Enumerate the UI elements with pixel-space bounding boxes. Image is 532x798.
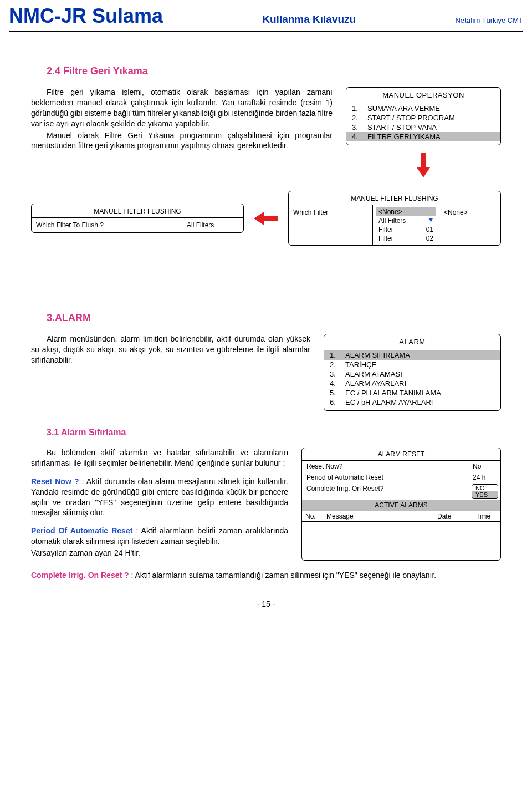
manuel-op-column: MANUEL OPERASYON 1.SUMAYA ARA VERME 2.ST… <box>346 87 501 185</box>
active-alarms-title: ACTIVE ALARMS <box>302 500 500 511</box>
alarm-reset-panel: ALARM RESET Reset Now? No Period of Auto… <box>301 448 501 561</box>
section-2-4-row: Filtre geri yıkama işlemi, otomatik olar… <box>31 87 501 185</box>
fp-right-body: Which Filter <None> All Filters Filter01… <box>289 205 500 245</box>
fp-right-options: <None> All Filters Filter01 Filter02 <box>376 207 436 243</box>
alarm-item-3[interactable]: 3.ALARM ATAMASI <box>324 369 500 379</box>
alarm-item-4[interactable]: 4.ALARM AYARLARI <box>324 379 500 388</box>
section-3-1-row: Bu bölümden aktif alarmlar ve hatalar sı… <box>31 448 501 561</box>
period-label: Period Of Automatic Reset <box>31 526 132 535</box>
alarm-item-2[interactable]: 2.TARİHÇE <box>324 360 500 369</box>
fp-opt-none[interactable]: <None> <box>376 207 436 216</box>
active-alarms-header: No. Message Date Time <box>302 511 500 521</box>
section-3-row: Alarm menüsünden, alarm limitleri belirl… <box>31 334 501 411</box>
s31-p1: Bu bölümden aktif alarmlar ve hatalar sı… <box>31 448 288 469</box>
reset-row-period: Period of Automatic Reset 24 h <box>302 472 500 483</box>
manuel-op-item-3[interactable]: 3.START / STOP VANA <box>346 123 500 132</box>
choice-yes[interactable]: YES <box>472 491 498 498</box>
col-no: No. <box>302 511 323 521</box>
s31-complete-para: Complete Irrig. On Reset ? : Aktif alarm… <box>31 571 501 580</box>
fp-opt-filter-01[interactable]: Filter01 <box>376 225 436 234</box>
section-2-4-heading: 2.4 Filtre Geri Yıkama <box>47 65 501 77</box>
s31-period-para: Period Of Automatic Reset : Aktif alarml… <box>31 526 288 547</box>
fp-opt-filter-02[interactable]: Filter02 <box>376 234 436 243</box>
manuel-op-item-4[interactable]: 4.FILTRE GERI YIKAMA <box>346 132 500 141</box>
manuel-operasyon-panel: MANUEL OPERASYON 1.SUMAYA ARA VERME 2.ST… <box>346 87 501 145</box>
reset-panel-grid: Reset Now? No Period of Automatic Reset … <box>302 460 500 500</box>
s24-p1: Filtre geri yıkama işlemi, otomatik olar… <box>31 87 332 129</box>
manuel-op-title: MANUEL OPERASYON <box>346 88 500 103</box>
page-content: 2.4 Filtre Geri Yıkama Filtre geri yıkam… <box>0 32 532 625</box>
alarm-item-5[interactable]: 5.EC / PH ALARM TANIMLAMA <box>324 388 500 398</box>
s3-p: Alarm menüsünden, alarm limitleri belirl… <box>31 334 310 365</box>
complete-label: Complete Irrig. On Reset ? <box>31 571 129 580</box>
s24-p2: Manuel olarak Filtre Geri Yıkama program… <box>31 130 332 151</box>
no-yes-select: NO YES <box>472 484 498 499</box>
fp-left-row: Which Filter To Flush ? All Filters <box>32 217 243 232</box>
alarm-menu-title: ALARM <box>324 334 500 349</box>
arrow-down-icon <box>417 153 429 177</box>
reset-row-complete-choice[interactable]: NO YES <box>469 483 500 500</box>
section-3-text: Alarm menüsünden, alarm limitleri belirl… <box>31 334 310 367</box>
col-date: Date <box>434 511 473 521</box>
active-alarms-body <box>302 521 500 560</box>
header-subtitle: Kullanma Kılavuzu <box>176 13 442 26</box>
filter-panels-row: MANUEL FILTER FLUSHING Which Filter To F… <box>31 191 501 246</box>
manuel-op-item-2[interactable]: 2.START / STOP PROGRAM <box>346 113 500 123</box>
s31-default: Varsayılan zaman ayarı 24 H'tir. <box>31 548 288 558</box>
filter-panel-right: MANUEL FILTER FLUSHING Which Filter <Non… <box>288 191 501 246</box>
section-3-heading: 3.ALARM <box>47 312 501 324</box>
section-3-1-heading: 3.1 Alarm Sıfırlama <box>47 428 501 438</box>
cursor-icon <box>428 216 434 222</box>
alarm-item-6[interactable]: 6.EC / pH ALARM AYARLARI <box>324 398 500 407</box>
reset-row-period-label: Period of Automatic Reset <box>302 472 469 483</box>
page-header: NMC-JR Sulama Kullanma Kılavuzu Netafim … <box>0 0 532 30</box>
s31-reset-para: Reset Now ? : Aktif durumda olan alarm m… <box>31 476 288 519</box>
reset-now-label: Reset Now ? <box>31 477 79 486</box>
reset-row-complete-label: Complete Irrig. On Reset? <box>302 483 469 500</box>
reset-row-complete: Complete Irrig. On Reset? NO YES <box>302 483 500 500</box>
reset-row-now-val[interactable]: No <box>469 461 500 472</box>
alarm-menu-panel: ALARM 1.ALARM SIFIRLAMA 2.TARİHÇE 3.ALAR… <box>324 334 501 411</box>
fp-right-dropdown[interactable]: <None> All Filters Filter01 Filter02 <box>373 205 439 245</box>
fp-opt-all[interactable]: All Filters <box>376 216 436 225</box>
alarm-item-1[interactable]: 1.ALARM SIFIRLAMA <box>324 350 500 360</box>
reset-row-now-label: Reset Now? <box>302 461 469 472</box>
filter-panel-left: MANUEL FILTER FLUSHING Which Filter To F… <box>31 204 244 233</box>
arrow-left-icon <box>254 212 278 225</box>
complete-text: : Aktif alarmların sulama tamamlandığı z… <box>129 571 437 580</box>
fp-right-label: Which Filter <box>289 205 373 245</box>
fp-right-value: <None> <box>439 205 500 245</box>
reset-panel-title: ALARM RESET <box>302 448 500 460</box>
page-number: - 15 - <box>31 599 501 608</box>
fp-left-title: MANUEL FILTER FLUSHING <box>32 204 243 217</box>
section-2-4-text: Filtre geri yıkama işlemi, otomatik olar… <box>31 87 332 152</box>
fp-left-value[interactable]: All Filters <box>182 218 243 232</box>
choice-no[interactable]: NO <box>472 485 498 491</box>
header-title: NMC-JR Sulama <box>9 4 163 28</box>
alarm-menu-list: 1.ALARM SIFIRLAMA 2.TARİHÇE 3.ALARM ATAM… <box>324 349 500 410</box>
manuel-op-item-1[interactable]: 1.SUMAYA ARA VERME <box>346 104 500 113</box>
reset-row-period-val[interactable]: 24 h <box>469 472 500 483</box>
reset-row-now: Reset Now? No <box>302 461 500 472</box>
col-message: Message <box>323 511 434 521</box>
manuel-op-list: 1.SUMAYA ARA VERME 2.START / STOP PROGRA… <box>346 103 500 145</box>
col-time: Time <box>473 511 500 521</box>
header-right: Netafim Türkiye CMT <box>455 16 523 24</box>
fp-left-label: Which Filter To Flush ? <box>32 218 182 232</box>
section-3-1-text: Bu bölümden aktif alarmlar ve hatalar sı… <box>31 448 288 560</box>
fp-right-title: MANUEL FILTER FLUSHING <box>289 191 500 205</box>
